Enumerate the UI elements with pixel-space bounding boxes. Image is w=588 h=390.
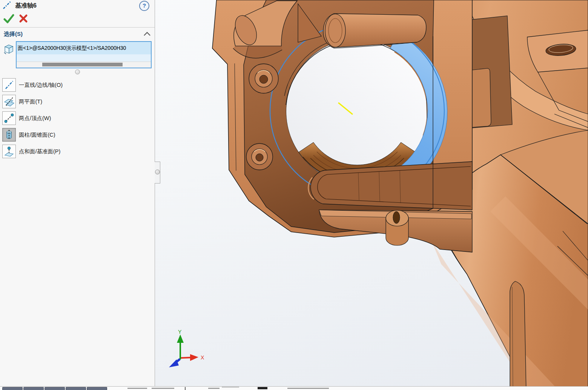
selection-hscrollbar[interactable]	[17, 62, 151, 68]
model-strut-hole-boss	[386, 210, 408, 245]
cancel-x-icon[interactable]	[19, 14, 28, 23]
option-two-points[interactable]: 两点/顶点(W)	[0, 110, 155, 126]
point-face-plane-icon[interactable]	[2, 145, 16, 158]
property-manager-panel: 基准轴6 ? 选择(S) 面<1>@SA2000H30演示模型<1>/SA200…	[0, 0, 155, 387]
model-ring-body[interactable]	[212, 0, 472, 252]
line-edge-axis-icon[interactable]	[2, 78, 16, 92]
page-title: 基准轴6	[15, 2, 139, 10]
option-cylindrical-conical-face[interactable]: 圆柱/圆锥面(C)	[0, 126, 155, 143]
selection-group-label: 选择(S)	[4, 31, 143, 38]
scrollbar-thumb[interactable]	[42, 63, 123, 66]
two-planes-icon[interactable]	[2, 95, 16, 108]
axis-icon	[2, 0, 12, 9]
selection-item[interactable]: 面<1>@SA2000H30演示模型<1>/SA2000H30	[17, 42, 151, 54]
selection-group-header[interactable]: 选择(S)	[0, 28, 155, 40]
model-bolt-boss-lower	[246, 143, 273, 170]
triad-x-label: X	[201, 355, 204, 361]
cylindrical-conical-face-icon[interactable]	[2, 128, 16, 142]
listbox-resize-handle[interactable]	[75, 69, 80, 74]
option-line-edge-axis[interactable]: 一直线/边线/轴(O)	[0, 77, 155, 93]
help-icon[interactable]: ?	[139, 1, 149, 11]
orientation-triad: Y X	[169, 329, 204, 367]
bottom-tabs[interactable]	[2, 387, 107, 390]
option-two-planes[interactable]: 两平面(T)	[0, 93, 155, 110]
axis-type-options: 一直线/边线/轴(O) 两平面(T) 两点/顶点(W)	[0, 75, 155, 160]
bottom-tab-strip	[0, 386, 588, 390]
two-points-vertices-icon[interactable]	[2, 111, 16, 125]
option-point-and-face[interactable]: 点和面/基准面(P)	[0, 143, 155, 160]
bottom-scrollbar-thumb[interactable]	[222, 387, 239, 388]
chevron-up-icon[interactable]	[143, 32, 151, 36]
flyout-dot[interactable]	[155, 170, 160, 174]
ok-check-icon[interactable]	[3, 14, 14, 23]
face-cube-icon	[3, 43, 14, 55]
panel-flyout-handle[interactable]	[155, 162, 160, 183]
panel-title-row: 基准轴6 ?	[0, 0, 155, 11]
triad-y-label: Y	[178, 329, 182, 335]
model-bolt-boss-upper	[249, 64, 278, 93]
selection-listbox[interactable]: 面<1>@SA2000H30演示模型<1>/SA2000H30	[16, 41, 152, 68]
